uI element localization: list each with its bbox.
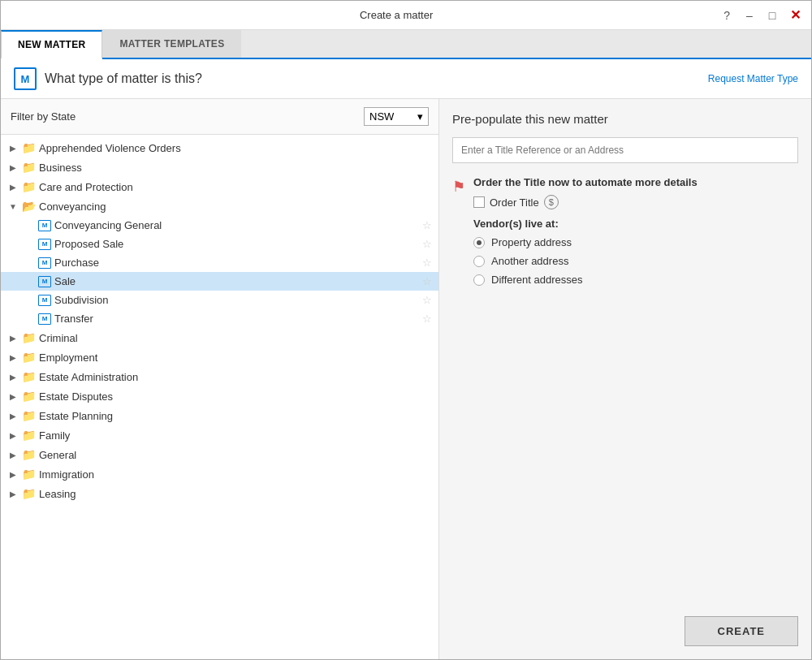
star-icon[interactable]: ☆ bbox=[422, 219, 432, 231]
tree-item-estate-admin[interactable]: ▶ 📁 Estate Administration bbox=[1, 367, 438, 386]
folder-icon: 📁 bbox=[22, 180, 36, 193]
chevron-right-icon: ▶ bbox=[7, 353, 19, 362]
radio-button-property[interactable] bbox=[473, 237, 485, 248]
vendors-label: Vendor(s) live at: bbox=[473, 218, 798, 230]
bottom-bar: CREATE bbox=[452, 603, 798, 646]
radio-another-address[interactable]: Another address bbox=[473, 255, 798, 267]
tree-item-transfer[interactable]: M Transfer ☆ bbox=[1, 309, 438, 328]
star-icon[interactable]: ☆ bbox=[422, 238, 432, 250]
order-title-header: Order the Title now to automate more det… bbox=[473, 176, 798, 188]
radio-button-another[interactable] bbox=[473, 256, 485, 267]
folder-icon: 📁 bbox=[22, 429, 36, 442]
right-panel: Pre-populate this new matter ⚑ Order the… bbox=[439, 99, 811, 659]
folder-open-icon: 📂 bbox=[22, 200, 36, 213]
tree-item-business[interactable]: ▶ 📁 Business bbox=[1, 157, 438, 177]
folder-icon: 📁 bbox=[22, 487, 36, 500]
address-input[interactable] bbox=[452, 137, 798, 163]
maximize-button[interactable]: □ bbox=[764, 7, 780, 24]
chevron-right-icon: ▶ bbox=[7, 392, 19, 401]
tree-item-conv-general[interactable]: M Conveyancing General ☆ bbox=[1, 216, 438, 235]
matter-type-icon: M bbox=[38, 257, 51, 269]
chevron-right-icon: ▶ bbox=[7, 373, 19, 382]
matter-icon: M bbox=[14, 67, 37, 90]
chevron-right-icon: ▶ bbox=[7, 451, 19, 459]
radio-button-different[interactable] bbox=[473, 274, 485, 286]
order-title-section: ⚑ Order the Title now to automate more d… bbox=[452, 176, 798, 286]
tree-item-conveyancing[interactable]: ▼ 📂 Conveyancing bbox=[1, 196, 438, 216]
pre-populate-title: Pre-populate this new matter bbox=[452, 112, 798, 126]
order-title-content: Order the Title now to automate more det… bbox=[473, 176, 798, 286]
tree-item-sale[interactable]: M Sale ☆ bbox=[1, 272, 438, 291]
chevron-right-icon: ▶ bbox=[7, 334, 19, 343]
tree-item-employment[interactable]: ▶ 📁 Employment bbox=[1, 347, 438, 367]
tree-item-care[interactable]: ▶ 📁 Care and Protection bbox=[1, 177, 438, 196]
title-bar: Create a matter ? – □ ✕ bbox=[1, 1, 811, 30]
dropdown-arrow-icon: ▾ bbox=[417, 110, 423, 123]
radio-different-addresses[interactable]: Different addresses bbox=[473, 274, 798, 286]
matter-type-tree: ▶ 📁 Apprehended Violence Orders ▶ 📁 Busi… bbox=[1, 135, 438, 659]
order-title-checkbox[interactable] bbox=[473, 196, 485, 208]
chevron-right-icon: ▶ bbox=[7, 144, 19, 153]
filter-label: Filter by State bbox=[11, 110, 76, 123]
create-button[interactable]: CREATE bbox=[685, 616, 798, 646]
matter-type-icon: M bbox=[38, 295, 51, 306]
order-title-row: Order Title $ bbox=[473, 195, 798, 209]
folder-icon: 📁 bbox=[22, 390, 36, 403]
tree-item-purchase[interactable]: M Purchase ☆ bbox=[1, 253, 438, 272]
folder-icon: 📁 bbox=[22, 409, 36, 422]
star-icon[interactable]: ☆ bbox=[422, 294, 432, 306]
folder-icon: 📁 bbox=[22, 351, 36, 364]
star-icon[interactable]: ☆ bbox=[422, 257, 432, 269]
help-button[interactable]: ? bbox=[719, 7, 735, 24]
folder-icon: 📁 bbox=[22, 468, 36, 481]
matter-type-icon: M bbox=[38, 239, 51, 250]
matter-type-icon: M bbox=[38, 276, 51, 287]
chevron-right-icon: ▶ bbox=[7, 163, 19, 172]
close-button[interactable]: ✕ bbox=[787, 7, 803, 24]
tree-item-criminal[interactable]: ▶ 📁 Criminal bbox=[1, 328, 438, 347]
radio-property-address[interactable]: Property address bbox=[473, 236, 798, 248]
tree-item-immigration[interactable]: ▶ 📁 Immigration bbox=[1, 464, 438, 484]
star-icon[interactable]: ☆ bbox=[422, 275, 432, 287]
chevron-down-icon: ▼ bbox=[7, 202, 19, 211]
main-window: Create a matter ? – □ ✕ NEW MATTER MATTE… bbox=[0, 0, 812, 660]
chevron-right-icon: ▶ bbox=[7, 183, 19, 192]
radio-group: Property address Another address Differe… bbox=[473, 236, 798, 286]
folder-icon: 📁 bbox=[22, 370, 36, 383]
chevron-right-icon: ▶ bbox=[7, 470, 19, 479]
main-content: Filter by State NSW ▾ ▶ 📁 Apprehended Vi… bbox=[1, 99, 811, 659]
chevron-right-icon: ▶ bbox=[7, 412, 19, 421]
tree-item-estate-disputes[interactable]: ▶ 📁 Estate Disputes bbox=[1, 386, 438, 406]
window-title: Create a matter bbox=[74, 9, 719, 21]
flag-icon: ⚑ bbox=[452, 178, 465, 286]
radio-label-different: Different addresses bbox=[491, 274, 583, 286]
tree-item-proposed-sale[interactable]: M Proposed Sale ☆ bbox=[1, 235, 438, 253]
folder-icon: 📁 bbox=[22, 161, 36, 174]
tree-item-estate-planning[interactable]: ▶ 📁 Estate Planning bbox=[1, 406, 438, 425]
radio-label-another: Another address bbox=[491, 255, 568, 267]
chevron-right-icon: ▶ bbox=[7, 431, 19, 440]
matter-type-icon: M bbox=[38, 313, 51, 325]
star-icon[interactable]: ☆ bbox=[422, 313, 432, 325]
tree-item-general[interactable]: ▶ 📁 General bbox=[1, 445, 438, 464]
radio-label-property: Property address bbox=[491, 236, 572, 248]
order-title-label: Order Title bbox=[490, 196, 539, 209]
window-controls: ? – □ ✕ bbox=[719, 7, 803, 24]
request-matter-type-link[interactable]: Request Matter Type bbox=[708, 73, 798, 84]
minimize-button[interactable]: – bbox=[741, 7, 758, 24]
tree-item-leasing[interactable]: ▶ 📁 Leasing bbox=[1, 484, 438, 503]
tab-matter-templates[interactable]: MATTER TEMPLATES bbox=[102, 30, 241, 58]
tree-item-apprehended[interactable]: ▶ 📁 Apprehended Violence Orders bbox=[1, 138, 438, 157]
dollar-badge: $ bbox=[544, 195, 559, 209]
header-section: M What type of matter is this? Request M… bbox=[1, 59, 811, 99]
state-dropdown[interactable]: NSW ▾ bbox=[364, 107, 429, 126]
folder-icon: 📁 bbox=[22, 141, 36, 154]
filter-bar: Filter by State NSW ▾ bbox=[1, 99, 438, 135]
tree-item-subdivision[interactable]: M Subdivision ☆ bbox=[1, 291, 438, 309]
folder-icon: 📁 bbox=[22, 448, 36, 461]
matter-type-icon: M bbox=[38, 220, 51, 231]
tab-new-matter[interactable]: NEW MATTER bbox=[1, 30, 102, 59]
tree-item-family[interactable]: ▶ 📁 Family bbox=[1, 425, 438, 445]
chevron-right-icon: ▶ bbox=[7, 490, 19, 498]
left-panel: Filter by State NSW ▾ ▶ 📁 Apprehended Vi… bbox=[1, 99, 439, 659]
